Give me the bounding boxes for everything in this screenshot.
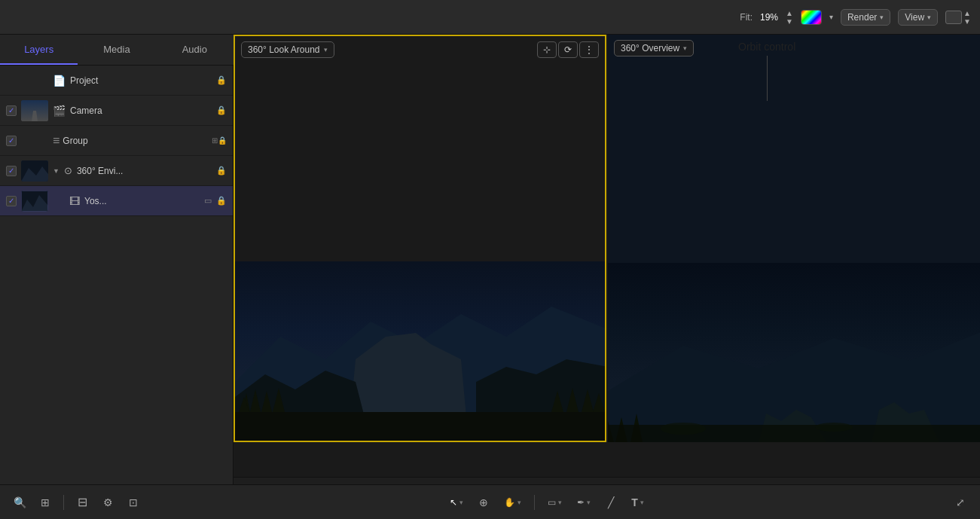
view-chevron: ▾ (927, 14, 931, 21)
text-tool-icon: T (631, 496, 638, 508)
pen-tool-button[interactable]: ✒ ▾ (572, 494, 596, 511)
brush-tool-button[interactable]: ╱ (600, 492, 621, 513)
env360-icon: ⊙ (64, 165, 72, 176)
layer-lock-camera: 🔒 (216, 105, 227, 115)
render-label: Render (847, 12, 877, 23)
color-swatch[interactable] (801, 10, 822, 25)
pan-tool-icon: ✋ (504, 497, 515, 508)
group-icon: ≡ (53, 134, 58, 148)
layer-check-camera[interactable]: ✓ (6, 105, 17, 116)
viewport-left-controls: ⊹ ⟳ ⋮ (537, 41, 599, 58)
render-button[interactable]: Render ▾ (841, 9, 890, 26)
viewport-left-dropdown[interactable]: 360° Look Around ▾ (241, 41, 334, 58)
layer-thumb-camera (21, 100, 48, 121)
export-tool-button[interactable]: ⊡ (123, 492, 144, 513)
viewport-left-label: 360° Look Around (248, 44, 320, 55)
yosemite-badge: ▭ (204, 196, 212, 206)
layout-toggle[interactable]: ▲▼ (945, 9, 971, 26)
viewport-left: 360° Look Around ▾ ⊹ ⟳ ⋮ (234, 35, 606, 442)
layer-name-project: Project (70, 75, 212, 86)
camera-icon: 🎬 (53, 105, 66, 117)
svg-point-38 (815, 423, 853, 432)
arrow-tool-icon: ↖ (450, 497, 457, 508)
viewport-ctrl-more[interactable]: ⋮ (579, 41, 599, 58)
render-chevron: ▾ (880, 14, 884, 21)
top-bar: Fit: 19% ▲▼ ▾ Render ▾ View ▾ ▲▼ (0, 0, 980, 35)
view-label: View (905, 12, 924, 23)
tab-media[interactable]: Media (78, 35, 155, 65)
layer-thumb-yosemite (21, 191, 48, 212)
annotation-line (767, 56, 768, 101)
layout-square (945, 11, 962, 24)
layout-tool-button[interactable]: ⊞ (35, 492, 56, 513)
env360-expand[interactable]: ▼ (53, 167, 60, 175)
yosemite-film-icon: 🎞 (69, 195, 80, 207)
viewport-left-topbar: 360° Look Around ▾ ⊹ ⟳ ⋮ (235, 36, 605, 63)
layer-double-lock: ⊞🔒 (212, 136, 227, 145)
layer-check-group[interactable]: ✓ (6, 136, 17, 146)
tab-audio[interactable]: Audio (156, 35, 234, 65)
layer-check-yosemite[interactable]: ✓ (6, 196, 17, 206)
viewport-ctrl-move[interactable]: ⊹ (537, 41, 557, 58)
layer-name-yosemite: Yos... (84, 196, 200, 206)
viewport-left-chevron: ▾ (324, 46, 328, 53)
project-icon: 📄 (53, 75, 66, 87)
mountain-scene-right (608, 263, 980, 442)
viewport-right-chevron: ▾ (683, 44, 687, 52)
view-button[interactable]: View ▾ (898, 9, 938, 26)
settings-tool-button[interactable]: ⚙ (97, 492, 118, 513)
toolbar-sep-1 (63, 495, 64, 510)
layer-name-env360: 360° Envi... (77, 166, 212, 176)
svg-rect-12 (235, 412, 605, 441)
tabs-bar: Layers Media Audio (0, 35, 234, 66)
arrow-tool-chevron: ▾ (459, 499, 463, 506)
viewport-right-dropdown[interactable]: 360° Overview ▾ (614, 40, 694, 56)
layer-name-camera: Camera (70, 105, 212, 116)
search-tool-button[interactable]: 🔍 (9, 492, 30, 513)
fit-up-arrow[interactable]: ▲▼ (786, 9, 793, 26)
pen-tool-icon: ✒ (577, 497, 585, 508)
layer-row-yosemite[interactable]: ✓ 🎞 Yos... ▭ 🔒 (0, 186, 233, 216)
canvas-area: 360° Look Around ▾ ⊹ ⟳ ⋮ (234, 35, 980, 484)
fit-value: 19% (760, 12, 778, 23)
viewport-left-bg: 360° Look Around ▾ ⊹ ⟳ ⋮ (235, 36, 605, 441)
text-tool-button[interactable]: T ▾ (626, 493, 649, 511)
orbit-tool-button[interactable]: ⊕ (473, 492, 494, 513)
layer-row-camera[interactable]: ✓ 🎬 Camera 🔒 (0, 96, 233, 126)
arrow-tool-button[interactable]: ↖ ▾ (444, 494, 469, 511)
color-swatch-chevron[interactable]: ▾ (829, 13, 833, 21)
tab-layers[interactable]: Layers (0, 35, 78, 65)
pan-tool-button[interactable]: ✋ ▾ (499, 494, 527, 511)
layer-lock-env360: 🔒 (216, 166, 227, 176)
text-tool-chevron: ▾ (640, 499, 644, 506)
grid-tool-button[interactable]: ⊟ (72, 492, 93, 513)
mountain-svg-right (608, 263, 980, 442)
toolbar-sep-2 (534, 495, 535, 510)
mountain-svg-left (235, 261, 605, 441)
layer-lock-project: 🔒 (216, 75, 227, 85)
layer-row-group[interactable]: ✓ ≡ Group ⊞🔒 (0, 126, 233, 156)
pen-tool-chevron: ▾ (587, 499, 591, 506)
rect-tool-chevron: ▾ (558, 499, 562, 506)
rect-tool-icon: ▭ (548, 497, 556, 508)
mountain-scene-left (235, 261, 605, 441)
viewport-right-label: 360° Overview (621, 43, 679, 53)
layers-panel: 📄 Project 🔒 ✓ 🎬 Camera 🔒 ✓ ≡ Group ⊞🔒 ✓ (0, 66, 234, 484)
layer-check-env360[interactable]: ✓ (6, 166, 17, 176)
layer-row-project[interactable]: 📄 Project 🔒 (0, 66, 233, 96)
rect-tool-button[interactable]: ▭ ▾ (542, 494, 567, 511)
bottom-toolbar: 🔍 ⊞ ⊟ ⚙ ⊡ ↖ ▾ ⊕ ✋ ▾ ▭ ▾ ✒ ▾ ╱ T ▾ ⤢ (0, 484, 980, 519)
svg-point-37 (661, 423, 706, 435)
layer-thumb-env360 (21, 160, 48, 182)
viewport-ctrl-orbit[interactable]: ⟳ (558, 41, 578, 58)
viewport-right-topbar: 360° Overview ▾ (608, 35, 980, 62)
fit-label: Fit: (740, 12, 753, 23)
layer-lock-yosemite: 🔒 (216, 196, 227, 206)
pan-tool-chevron: ▾ (517, 499, 521, 506)
layer-name-group: Group (63, 136, 207, 146)
layer-row-env360[interactable]: ✓ ▼ ⊙ 360° Envi... 🔒 (0, 156, 233, 186)
fullscreen-button[interactable]: ⤢ (950, 492, 971, 513)
layout-arrow: ▲▼ (963, 9, 971, 26)
